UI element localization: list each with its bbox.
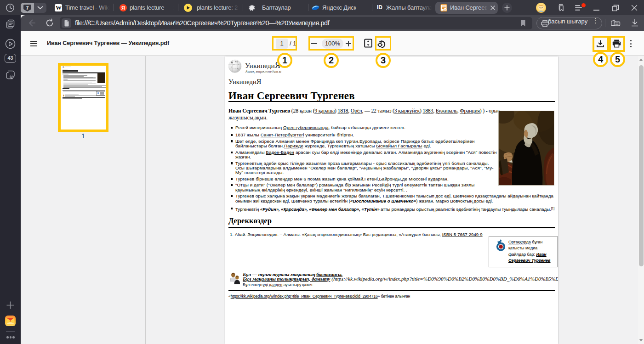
- svg-text:PDF: PDF: [443, 9, 447, 11]
- svg-text:7: 7: [26, 6, 29, 11]
